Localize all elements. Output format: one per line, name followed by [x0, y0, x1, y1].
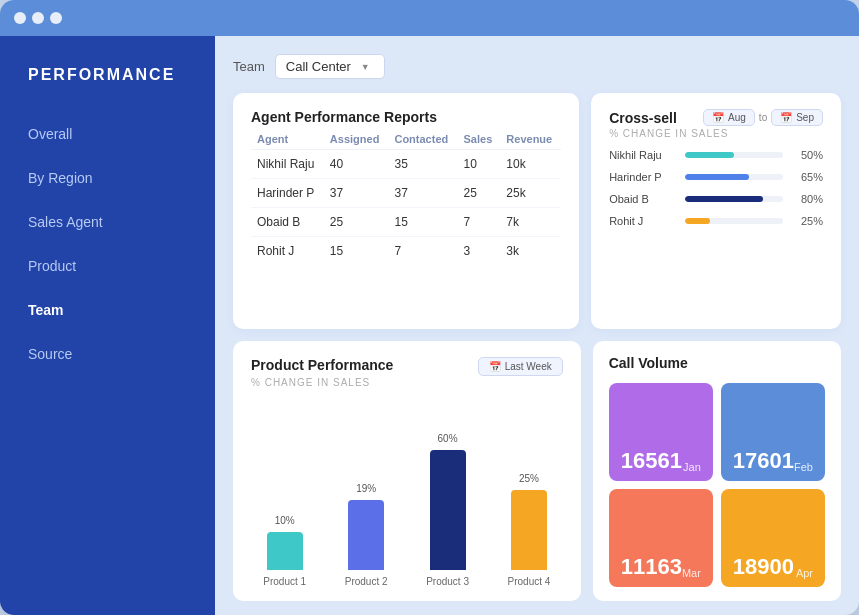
- chart-pct: 25%: [519, 473, 539, 484]
- call-volume-grid: 16561 Jan 17601 Feb 11163 Mar 18900 Apr: [609, 383, 825, 587]
- product-subtitle: % CHANGE IN SALES: [251, 377, 393, 388]
- sidebar-item-source[interactable]: Source: [0, 332, 215, 376]
- top-bar: Team Call Center: [233, 54, 841, 79]
- bar-pct: 65%: [791, 171, 823, 183]
- sidebar-item-byregion[interactable]: By Region: [0, 156, 215, 200]
- chart-area: 10% Product 1 19% Product 2 60% Product …: [251, 400, 563, 591]
- call-volume-cell: 16561 Jan: [609, 383, 713, 481]
- bar-pct: 50%: [791, 149, 823, 161]
- crosssell-dates: 📅 Aug to 📅 Sep: [703, 109, 823, 126]
- call-cell-num: 18900: [733, 555, 794, 579]
- crosssell-bars: Nikhil Raju 50% Harinder P 65% Obaid B 8…: [609, 149, 823, 237]
- top-cards-row: Agent Performance Reports Agent Assigned…: [233, 93, 841, 329]
- call-cell-inner: 16561 Jan: [621, 449, 701, 473]
- crosssell-header: Cross-sell 📅 Aug to 📅 Sep: [609, 109, 823, 126]
- date-sep-btn[interactable]: 📅 Sep: [771, 109, 823, 126]
- crosssell-subtitle: % CHANGE IN SALES: [609, 128, 823, 139]
- lastweek-label: Last Week: [505, 361, 552, 372]
- call-volume-cell: 11163 Mar: [609, 489, 713, 587]
- agent-table-row: Harinder P37372525k: [251, 179, 561, 208]
- calendar-icon-2: 📅: [780, 112, 792, 123]
- call-cell-num: 16561: [621, 449, 682, 473]
- call-volume-cell: 18900 Apr: [721, 489, 825, 587]
- chart-bar: [267, 532, 303, 570]
- product-title: Product Performance: [251, 357, 393, 373]
- call-cell-month: Feb: [794, 461, 813, 473]
- content-area: Team Call Center Agent Performance Repor…: [215, 36, 859, 615]
- col-sales: Sales: [458, 129, 501, 150]
- chart-label: Product 3: [426, 576, 469, 587]
- agent-table-row: Rohit J15733k: [251, 237, 561, 266]
- calendar-icon: 📅: [712, 112, 724, 123]
- call-cell-inner: 11163 Mar: [621, 555, 701, 579]
- date-sep: Sep: [796, 112, 814, 123]
- sidebar-item-product[interactable]: Product: [0, 244, 215, 288]
- team-dropdown[interactable]: Call Center: [275, 54, 385, 79]
- chart-pct: 10%: [275, 515, 295, 526]
- bar-label: Obaid B: [609, 193, 677, 205]
- call-cell-inner: 17601 Feb: [733, 449, 813, 473]
- chart-pct: 19%: [356, 483, 376, 494]
- call-cell-inner: 18900 Apr: [733, 555, 813, 579]
- titlebar-dot-2: [32, 12, 44, 24]
- col-agent: Agent: [251, 129, 324, 150]
- titlebar-dot-1: [14, 12, 26, 24]
- bar-container: [685, 152, 783, 158]
- date-aug: Aug: [728, 112, 746, 123]
- bar-label: Harinder P: [609, 171, 677, 183]
- call-cell-month: Jan: [683, 461, 701, 473]
- col-revenue: Revenue: [500, 129, 561, 150]
- bar-fill: [685, 174, 749, 180]
- sidebar-title: PERFORMANCE: [0, 66, 215, 112]
- chart-bar: [430, 450, 466, 570]
- call-volume-cell: 17601 Feb: [721, 383, 825, 481]
- date-separator: to: [759, 112, 767, 123]
- bar-container: [685, 218, 783, 224]
- crosssell-title: Cross-sell: [609, 110, 677, 126]
- app-window: PERFORMANCE Overall By Region Sales Agen…: [0, 0, 859, 615]
- titlebar-dot-3: [50, 12, 62, 24]
- call-volume-card: Call Volume 16561 Jan 17601 Feb 11163 Ma…: [593, 341, 841, 601]
- sidebar-item-overall[interactable]: Overall: [0, 112, 215, 156]
- chart-col: 19% Product 2: [332, 483, 399, 587]
- product-performance-card: Product Performance % CHANGE IN SALES 📅 …: [233, 341, 581, 601]
- bar-pct: 25%: [791, 215, 823, 227]
- crosssell-bar-row: Nikhil Raju 50%: [609, 149, 823, 161]
- agent-table-row: Obaid B251577k: [251, 208, 561, 237]
- product-header: Product Performance % CHANGE IN SALES 📅 …: [251, 357, 563, 398]
- chart-col: 60% Product 3: [414, 433, 481, 587]
- agent-performance-card: Agent Performance Reports Agent Assigned…: [233, 93, 579, 329]
- sidebar-item-team[interactable]: Team: [0, 288, 215, 332]
- main-area: PERFORMANCE Overall By Region Sales Agen…: [0, 36, 859, 615]
- call-cell-num: 17601: [733, 449, 794, 473]
- date-aug-btn[interactable]: 📅 Aug: [703, 109, 755, 126]
- bar-container: [685, 196, 783, 202]
- agent-table-row: Nikhil Raju40351010k: [251, 150, 561, 179]
- col-contacted: Contacted: [388, 129, 457, 150]
- sidebar-item-salesagent[interactable]: Sales Agent: [0, 200, 215, 244]
- call-cell-month: Mar: [682, 567, 701, 579]
- crosssell-bar-row: Rohit J 25%: [609, 215, 823, 227]
- bar-label: Rohit J: [609, 215, 677, 227]
- calendar-icon-3: 📅: [489, 361, 501, 372]
- chart-label: Product 1: [263, 576, 306, 587]
- product-title-block: Product Performance % CHANGE IN SALES: [251, 357, 393, 398]
- call-volume-title: Call Volume: [609, 355, 825, 371]
- call-cell-month: Apr: [796, 567, 813, 579]
- titlebar: [0, 0, 859, 36]
- col-assigned: Assigned: [324, 129, 389, 150]
- bar-label: Nikhil Raju: [609, 149, 677, 161]
- bar-container: [685, 174, 783, 180]
- chart-bar: [511, 490, 547, 570]
- lastweek-btn[interactable]: 📅 Last Week: [478, 357, 563, 376]
- crosssell-card: Cross-sell 📅 Aug to 📅 Sep: [591, 93, 841, 329]
- crosssell-bar-row: Obaid B 80%: [609, 193, 823, 205]
- chart-col: 25% Product 4: [495, 473, 562, 587]
- chart-col: 10% Product 1: [251, 515, 318, 587]
- agent-table: Agent Assigned Contacted Sales Revenue N…: [251, 129, 561, 265]
- bar-fill: [685, 218, 709, 224]
- bar-fill: [685, 196, 763, 202]
- bar-pct: 80%: [791, 193, 823, 205]
- chart-label: Product 2: [345, 576, 388, 587]
- bar-fill: [685, 152, 734, 158]
